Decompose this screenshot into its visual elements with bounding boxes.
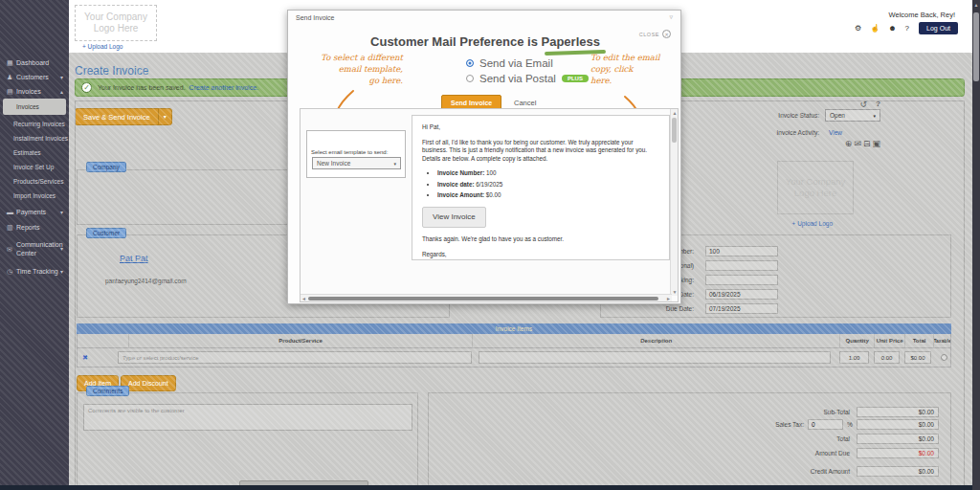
remove-row-icon[interactable]: ✖ bbox=[82, 354, 88, 362]
sidebar-item-communication-center[interactable]: ✉ CommunicationCenter ▾ bbox=[0, 236, 69, 261]
sidebar-item-dashboard[interactable]: ▦ Dashboard bbox=[0, 56, 69, 70]
scrollbar-thumb[interactable] bbox=[672, 118, 677, 143]
invoice-date-field[interactable]: 06/19/2025 bbox=[705, 289, 778, 300]
sidebar-item-customers[interactable]: ♟ Customers ▾ bbox=[0, 70, 69, 84]
customer-email: pantaeyung2414@gmail.com bbox=[105, 278, 187, 284]
sidebar-subitem-estimates[interactable]: Estimates bbox=[0, 145, 69, 160]
sidebar-subitem-recurring-invoices[interactable]: Recurring Invoices bbox=[0, 117, 69, 131]
invoice-activity-view-link[interactable]: View bbox=[829, 129, 842, 136]
po-number-field[interactable] bbox=[705, 260, 778, 271]
scrollbar-thumb[interactable] bbox=[308, 297, 658, 301]
sidebar-item-payments[interactable]: ▬ Payments ▾ bbox=[0, 205, 69, 219]
sidebar-label: Payments bbox=[16, 209, 46, 215]
send-via-email-label: Send via Email bbox=[479, 57, 553, 69]
description-input[interactable] bbox=[479, 351, 831, 364]
template-select-label: Select email template to send: bbox=[311, 149, 388, 155]
sidebar-sublabel: Invoices bbox=[16, 103, 39, 110]
unit-price-input[interactable] bbox=[874, 351, 900, 364]
send-via-postal-option[interactable]: Send via Postal PLUS bbox=[466, 73, 589, 84]
quantity-input[interactable] bbox=[839, 351, 869, 364]
email-bullet: Invoice date: 6/19/2025 bbox=[437, 181, 659, 189]
printer-icon[interactable]: ⊟ bbox=[863, 139, 871, 148]
scroll-right-icon[interactable]: ► bbox=[666, 296, 671, 301]
user-icon[interactable]: ☻ bbox=[888, 24, 896, 33]
sidebar-sublabel: Products/Services bbox=[13, 178, 63, 185]
template-selector-box: Select email template to send: New Invoi… bbox=[306, 130, 406, 178]
window-bottom-edge bbox=[0, 485, 980, 490]
upload-logo-link[interactable]: + Upload Logo bbox=[792, 220, 833, 227]
cancel-link[interactable]: Cancel bbox=[514, 99, 536, 107]
help-icon[interactable]: ? bbox=[905, 24, 909, 33]
customers-icon: ♟ bbox=[7, 74, 16, 81]
customer-name-link[interactable]: Pat Pat bbox=[120, 254, 148, 263]
gear-icon[interactable]: ⚙ bbox=[855, 24, 861, 33]
page-scrollbar[interactable]: ▲ bbox=[972, 0, 980, 490]
send-via-email-option[interactable]: Send via Email bbox=[466, 57, 553, 69]
check-icon: ✓ bbox=[81, 82, 92, 93]
banner-message: Your Invoice has been saved. bbox=[98, 84, 186, 91]
sidebar-item-reports[interactable]: ▥ Reports bbox=[0, 220, 69, 234]
total-column-header: Total bbox=[905, 334, 934, 347]
invoice-items-header-bar: Invoice Items bbox=[77, 323, 951, 334]
row-actions-column bbox=[78, 334, 129, 347]
thumbs-up-icon[interactable]: ☝ bbox=[870, 24, 880, 33]
form-help-icon[interactable]: ? bbox=[876, 100, 880, 108]
sidebar-subitem-invoice-set-up[interactable]: Invoice Set Up bbox=[0, 160, 69, 174]
sidebar-subitem-import-invoices[interactable]: Import Invoices bbox=[0, 189, 69, 203]
email-vertical-scrollbar[interactable]: ▲ ▼ bbox=[670, 109, 678, 296]
taxable-checkbox[interactable] bbox=[941, 354, 947, 361]
sidebar-sublabel: Recurring Invoices bbox=[13, 121, 65, 127]
communication-icon: ✉ bbox=[7, 245, 16, 254]
scroll-left-icon[interactable]: ◄ bbox=[301, 296, 306, 301]
undo-icon[interactable]: ↺ bbox=[859, 100, 867, 109]
sidebar-item-time-tracking[interactable]: ◷ Time Tracking ▾ bbox=[0, 264, 69, 278]
chevron-down-icon: ▾ bbox=[60, 209, 63, 215]
email-greeting: Hi Pat, bbox=[422, 123, 659, 132]
view-invoice-button[interactable]: View Invoice bbox=[422, 207, 486, 229]
modal-corner-icon[interactable]: ▿ bbox=[669, 13, 673, 21]
radio-unselected-icon bbox=[466, 75, 474, 82]
sidebar-item-invoices[interactable]: ▤ Invoices ▴ bbox=[0, 84, 69, 99]
sidebar-label: Invoices bbox=[16, 88, 41, 95]
credit-amount-value: $0.00 bbox=[857, 466, 939, 477]
sidebar-label: Reports bbox=[16, 224, 40, 231]
product-service-input[interactable] bbox=[118, 351, 472, 364]
scroll-up-icon[interactable]: ▲ bbox=[972, 2, 980, 8]
sidebar-subitem-invoices[interactable]: Invoices bbox=[3, 99, 66, 115]
sidebar-subitem-installment-invoices[interactable]: Installment Invoices bbox=[0, 131, 69, 145]
percent-sign: % bbox=[847, 421, 853, 428]
invoice-logo-placeholder[interactable]: Your Company Logo Here bbox=[777, 161, 854, 214]
create-another-invoice-link[interactable]: Create another invoice. bbox=[189, 84, 258, 91]
page-scrollbar-thumb[interactable] bbox=[973, 12, 979, 81]
sidebar-label: Customers bbox=[16, 74, 49, 80]
radio-selected-icon bbox=[466, 59, 474, 67]
sidebar-sublabel: Installment Invoices bbox=[13, 135, 68, 142]
sidebar-subitem-products-services[interactable]: Products/Services bbox=[0, 174, 69, 189]
email-template-select[interactable]: New Invoice ▾ bbox=[312, 157, 401, 169]
invoice-number-field[interactable]: 100 bbox=[705, 246, 778, 256]
email-bullet: Invoice Amount: $0.00 bbox=[437, 191, 659, 200]
email-bullet-list: Invoice Number: 100 Invoice date: 6/19/2… bbox=[437, 169, 659, 200]
sales-tax-rate-input[interactable] bbox=[808, 419, 843, 430]
scroll-down-icon[interactable]: ▼ bbox=[671, 289, 679, 295]
logo-placeholder-text: Your Company Logo Here bbox=[778, 176, 853, 199]
email-horizontal-scrollbar[interactable]: ◄ ► bbox=[301, 294, 672, 301]
sidebar-nav: ▦ Dashboard ♟ Customers ▾ ▤ Invoices ▴ I… bbox=[0, 0, 69, 490]
globe-icon[interactable]: ⊕ bbox=[845, 139, 853, 148]
upload-logo-link[interactable]: + Upload Logo bbox=[82, 43, 122, 50]
invoice-status-select[interactable]: Open ▾ bbox=[825, 109, 880, 122]
taxable-column-header: Taxable bbox=[934, 334, 950, 347]
scroll-up-icon[interactable]: ▲ bbox=[671, 110, 679, 116]
comments-textarea[interactable] bbox=[83, 404, 412, 431]
logout-button[interactable]: Log Out bbox=[919, 22, 958, 34]
company-logo-placeholder[interactable]: Your Company Logo Here bbox=[75, 5, 157, 41]
email-icon[interactable]: ✉ bbox=[854, 139, 861, 148]
header-icons: ⚙ ☝ ☻ ? bbox=[855, 24, 909, 33]
devices-icon[interactable]: ▣ bbox=[872, 139, 880, 148]
reports-icon: ▥ bbox=[7, 224, 16, 232]
due-date-field[interactable]: 07/19/2025 bbox=[705, 303, 778, 314]
email-bullet: Invoice Number: 100 bbox=[437, 169, 659, 178]
total-label: Total bbox=[735, 435, 850, 442]
tracking-field[interactable] bbox=[705, 275, 778, 285]
customer-section-tag: Customer bbox=[86, 228, 126, 238]
